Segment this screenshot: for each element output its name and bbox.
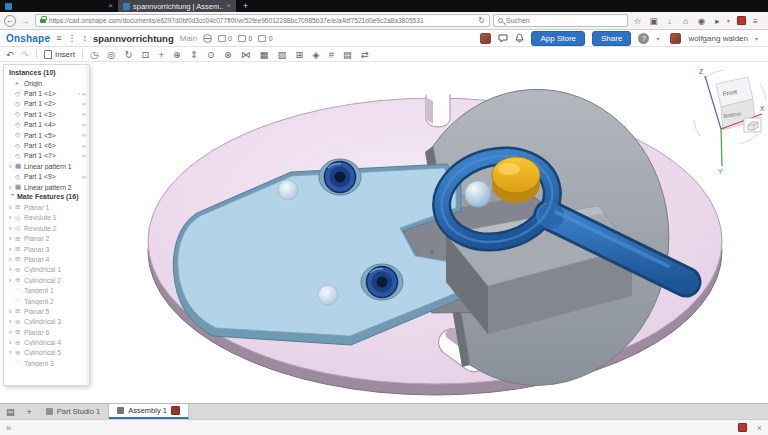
list-item[interactable]: ◇ Part 1 <6> ∞ xyxy=(4,140,89,150)
list-item[interactable]: › ⊞ Planar 6 xyxy=(4,327,89,337)
assembly-tool-icon[interactable]: ◎ xyxy=(107,49,115,60)
bell-icon[interactable] xyxy=(515,33,524,43)
browser-tab-active[interactable]: spannvorrichtung | Assem... × xyxy=(118,0,236,12)
assembly-tool-icon[interactable]: ⋈ xyxy=(241,49,251,60)
avatar[interactable] xyxy=(480,33,491,44)
list-item[interactable]: ◠ Tangent 3 xyxy=(4,358,89,368)
extension-icon[interactable] xyxy=(737,16,746,25)
workspace-name[interactable]: Main xyxy=(180,34,197,43)
list-item[interactable]: + Origin xyxy=(4,78,89,88)
insert-button[interactable]: Insert xyxy=(44,50,75,59)
assembly-tool-icon[interactable]: ◷ xyxy=(90,49,98,60)
pocket-icon[interactable]: ▸ xyxy=(711,16,724,26)
socket-screw[interactable] xyxy=(361,264,403,300)
add-tab-button[interactable]: + xyxy=(21,404,38,419)
list-item[interactable]: › ⊞ Planar 2 xyxy=(4,233,89,243)
chevron-down-icon[interactable]: ▾ xyxy=(656,35,663,42)
onshape-logo[interactable]: Onshape xyxy=(6,33,50,44)
expander-icon[interactable]: › xyxy=(9,194,16,200)
graphics-viewport[interactable]: Front Bottom Z X Y xyxy=(0,62,768,403)
list-item[interactable]: › ⊞ Planar 5 xyxy=(4,306,89,316)
assembly-tool-icon[interactable]: ⊗ xyxy=(224,49,232,60)
redo-icon[interactable]: ↷ xyxy=(21,49,29,60)
assembly-tool-icon[interactable]: ▧ xyxy=(277,49,286,60)
share-button[interactable]: Share xyxy=(592,31,631,46)
list-item[interactable]: ◇ Part 1 <3> ∞ xyxy=(4,109,89,119)
list-item[interactable]: › ▦ Linear pattern 2 xyxy=(4,182,89,192)
assembly-tool-icon[interactable]: ⇕ xyxy=(190,49,198,60)
shield-icon[interactable]: ◉ xyxy=(695,16,708,26)
dome-pin[interactable] xyxy=(318,285,338,305)
dome-pin[interactable] xyxy=(278,180,298,200)
assembly-tool-icon[interactable]: ◈ xyxy=(312,49,319,60)
tab-close-icon[interactable]: × xyxy=(108,2,113,10)
list-item[interactable]: › ⊕ Cylindrical 4 xyxy=(4,337,89,347)
list-item[interactable]: › ◎ Revolute 1 xyxy=(4,213,89,223)
bookmarks-menu-icon[interactable]: ▣ xyxy=(647,16,660,26)
list-item[interactable]: ◇ Part 1 <5> ∞ xyxy=(4,130,89,140)
versions-icon[interactable]: ⋮ xyxy=(67,33,76,43)
assembly-tool-icon[interactable]: ↻ xyxy=(125,49,133,60)
chevron-down-icon[interactable]: ▾ xyxy=(755,35,762,42)
overflow-chevron-icon[interactable]: » xyxy=(6,423,11,433)
follow-mode-icon[interactable]: ↕ xyxy=(82,33,87,43)
search-input[interactable] xyxy=(506,17,623,24)
browser-tab-background[interactable]: × xyxy=(0,0,118,12)
document-title[interactable]: spannvorrichtung xyxy=(93,33,174,44)
tab-assembly[interactable]: Assembly 1 xyxy=(109,404,189,419)
list-item[interactable]: ◇ Part 1 <4> ∞ xyxy=(4,120,89,130)
instances-panel[interactable]: Instances (10) + Origin ◇ Part 1 <1> ▫ ∞ xyxy=(3,64,90,386)
isometric-view-button[interactable] xyxy=(744,118,761,132)
url-bar[interactable]: https://cad.onshape.com/documents/e6297d… xyxy=(35,14,490,27)
likes-count[interactable]: 0 xyxy=(218,34,232,43)
list-item[interactable]: ◇ Part 1 <2> ∞ xyxy=(4,99,89,109)
list-item[interactable]: › ⊕ Cylindrical 5 xyxy=(4,348,89,358)
forward-button[interactable]: → xyxy=(19,16,32,26)
list-item[interactable]: › ⊞ Planar 1 xyxy=(4,202,89,212)
menu-icon[interactable]: ≡ xyxy=(749,16,762,26)
home-icon[interactable]: ⌂ xyxy=(679,16,692,26)
user-name[interactable]: wolfgang walden xyxy=(688,34,748,43)
list-item[interactable]: › ⊕ Cylindrical 3 xyxy=(4,317,89,327)
user-avatar[interactable] xyxy=(670,33,681,44)
scrollbar[interactable] xyxy=(86,65,89,385)
search-box[interactable] xyxy=(493,14,628,27)
mate-features-header[interactable]: ›Mate Features (16) xyxy=(4,192,89,202)
help-button[interactable]: ? xyxy=(638,33,649,44)
undo-icon[interactable]: ↶ xyxy=(6,49,14,60)
bookmark-star-icon[interactable]: ☆ xyxy=(631,16,644,26)
close-icon[interactable]: × xyxy=(757,423,762,433)
links-count[interactable]: 0 xyxy=(238,34,252,43)
list-item[interactable]: ◠ Tangent 1 xyxy=(4,285,89,295)
assembly-tool-icon[interactable]: # xyxy=(329,49,334,60)
chat-icon[interactable] xyxy=(498,34,508,43)
list-item[interactable]: ◇ Part 1 <9> ∞ xyxy=(4,172,89,182)
list-item[interactable]: › ⊕ Cylindrical 1 xyxy=(4,265,89,275)
list-item[interactable]: › ⊞ Planar 4 xyxy=(4,254,89,264)
list-item[interactable]: › ⊕ Cylindrical 2 xyxy=(4,275,89,285)
cad-model[interactable]: Front Bottom Z X Y xyxy=(0,62,768,403)
sphere-part[interactable] xyxy=(465,181,491,207)
assembly-tool-icon[interactable]: ⊙ xyxy=(207,49,215,60)
list-item[interactable]: ◇ Part 1 <1> ▫ ∞ xyxy=(4,88,89,98)
tab-part-studio[interactable]: Part Studio 1 xyxy=(38,404,109,419)
list-item[interactable]: › ◎ Revolute 2 xyxy=(4,223,89,233)
chevron-down-icon[interactable]: ▾ xyxy=(727,17,734,24)
list-item[interactable]: › ⊞ Planar 3 xyxy=(4,244,89,254)
document-menu-icon[interactable]: ≡ xyxy=(56,33,61,43)
list-item[interactable]: ◇ Part 1 <7> ∞ xyxy=(4,151,89,161)
knob-part[interactable] xyxy=(492,157,540,203)
downloads-icon[interactable]: ↓ xyxy=(663,16,676,26)
url-text[interactable]: https://cad.onshape.com/documents/e6297d… xyxy=(49,17,475,24)
list-item[interactable]: ◠ Tangent 2 xyxy=(4,296,89,306)
assembly-tool-icon[interactable]: ⊞ xyxy=(295,49,303,60)
app-store-button[interactable]: App Store xyxy=(531,31,585,46)
recording-icon[interactable] xyxy=(738,423,747,432)
reload-icon[interactable]: ↻ xyxy=(478,16,485,25)
list-item[interactable]: › ▦ Linear pattern 1 xyxy=(4,161,89,171)
copies-count[interactable]: 0 xyxy=(258,34,272,43)
tab-manager-icon[interactable]: ▤ xyxy=(0,404,21,419)
back-button[interactable]: ← xyxy=(4,15,16,27)
tab-close-icon[interactable]: × xyxy=(226,2,231,10)
view-cube[interactable]: Front Bottom Z X Y xyxy=(694,68,766,175)
